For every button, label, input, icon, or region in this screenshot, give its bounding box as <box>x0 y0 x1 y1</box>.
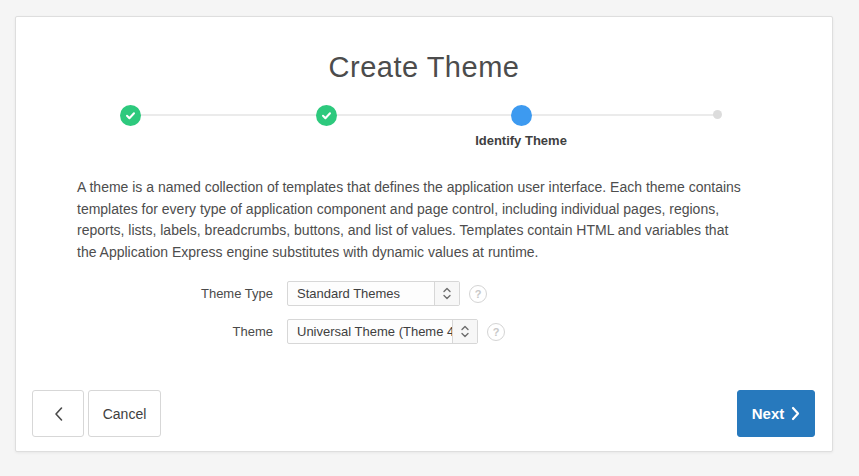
back-button[interactable] <box>32 390 84 437</box>
theme-description-text: A theme is a named collection of templat… <box>77 177 751 263</box>
theme-type-label: Theme Type <box>16 286 273 301</box>
theme-type-selected-value: Standard Themes <box>288 282 434 305</box>
create-theme-wizard-dialog: Create Theme Identify Theme A theme is a… <box>15 16 833 452</box>
theme-row: Theme Universal Theme (Theme 42) ? <box>16 319 505 344</box>
wizard-step-1-complete <box>120 105 141 126</box>
select-spinner-icon[interactable] <box>434 282 459 305</box>
theme-type-help-icon[interactable]: ? <box>469 285 487 303</box>
check-icon <box>124 109 137 122</box>
theme-type-select[interactable]: Standard Themes <box>287 281 460 306</box>
check-icon <box>320 109 333 122</box>
theme-selected-value: Universal Theme (Theme 42) <box>288 320 452 343</box>
select-spinner-icon[interactable] <box>452 320 477 343</box>
page-title: Create Theme <box>16 51 832 84</box>
next-button-label: Next <box>752 405 785 422</box>
wizard-progress-line <box>130 114 718 116</box>
theme-select[interactable]: Universal Theme (Theme 42) <box>287 319 478 344</box>
theme-label: Theme <box>16 324 273 339</box>
chevron-right-icon <box>791 406 800 421</box>
wizard-step-4-upcoming <box>713 110 722 119</box>
theme-help-icon[interactable]: ? <box>487 323 505 341</box>
current-step-label: Identify Theme <box>475 133 567 148</box>
wizard-step-3-current <box>511 105 532 126</box>
theme-type-row: Theme Type Standard Themes ? <box>16 281 487 306</box>
wizard-step-2-complete <box>316 105 337 126</box>
next-button[interactable]: Next <box>737 390 815 437</box>
chevron-left-icon <box>53 405 64 423</box>
cancel-button[interactable]: Cancel <box>88 390 161 437</box>
